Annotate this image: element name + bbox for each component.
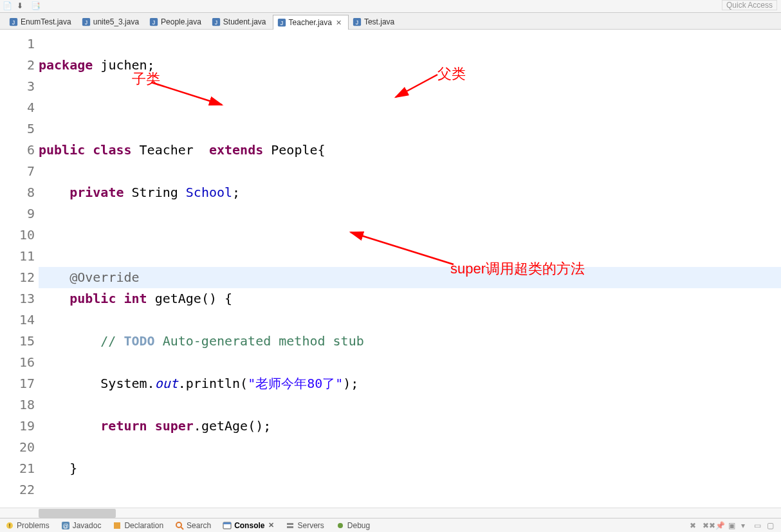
code-text: System.	[100, 376, 154, 391]
toolbar-icon[interactable]: 📄	[3, 1, 13, 12]
tab-test[interactable]: J Test.java	[349, 14, 401, 29]
code-text: }	[69, 461, 77, 476]
line-number: 17	[13, 373, 35, 394]
keyword: public	[39, 142, 85, 158]
keyword: extends	[209, 142, 263, 158]
svg-rect-23	[223, 522, 231, 524]
line-number: 5	[13, 118, 35, 140]
tab-student[interactable]: J Student.java	[208, 14, 273, 29]
string: "老师今年80了"	[248, 376, 343, 391]
code-text: People{	[263, 142, 325, 158]
tab-servers[interactable]: Servers	[286, 521, 324, 530]
code-editor[interactable]: 1 2 3 4 5 6 7 8 9 10 11 12 13 14 15 16 1…	[0, 30, 781, 518]
line-number: 11	[13, 246, 35, 267]
java-file-icon: J	[353, 17, 362, 26]
svg-rect-24	[287, 523, 293, 525]
code-text: .println(	[178, 376, 248, 391]
arrow-super-note	[344, 226, 460, 271]
line-number: 1	[13, 33, 35, 55]
svg-point-20	[176, 522, 181, 527]
svg-rect-19	[114, 522, 120, 529]
tab-label: Test.java	[364, 17, 394, 26]
editor-tabs: J EnumTest.java J unite5_3.java J People…	[0, 13, 781, 30]
declaration-icon	[113, 521, 122, 530]
svg-text:@: @	[62, 523, 68, 529]
keyword: super	[155, 418, 194, 434]
keyword: package	[39, 57, 93, 73]
close-icon[interactable]: ✕	[268, 521, 274, 529]
svg-text:!: !	[9, 522, 11, 529]
line-number: 16	[13, 352, 35, 373]
tab-debug[interactable]: Debug	[336, 521, 370, 530]
line-number: 9	[13, 203, 35, 225]
code-text: );	[343, 376, 358, 391]
servers-icon	[286, 521, 295, 530]
minimize-icon[interactable]: ▭	[754, 521, 763, 530]
static-field: out	[155, 376, 178, 391]
svg-line-12	[151, 82, 222, 105]
tab-enumtest[interactable]: J EnumTest.java	[5, 14, 78, 29]
horizontal-scrollbar[interactable]	[0, 508, 781, 518]
remove-launch-icon[interactable]: ✖	[690, 521, 699, 530]
console-actions: ✖ ✖✖ 📌 ▣ ▾ ▭ ▢	[690, 521, 776, 530]
code-text: ;	[232, 185, 240, 200]
open-console-icon[interactable]: ▾	[741, 521, 750, 530]
main-toolbar: 📄 ⬇ 📑 Quick Access	[0, 0, 781, 13]
line-number: 2	[13, 55, 35, 76]
tab-unite5-3[interactable]: J unite5_3.java	[78, 14, 145, 29]
debug-icon	[336, 521, 345, 530]
keyword: private	[69, 185, 124, 200]
tab-label: Console	[234, 521, 264, 530]
line-number: 7	[13, 161, 35, 182]
tab-javadoc[interactable]: @ Javadoc	[61, 521, 102, 530]
tab-search[interactable]: Search	[175, 521, 211, 530]
search-icon	[175, 521, 184, 530]
tab-console[interactable]: Console ✕	[223, 521, 274, 530]
svg-rect-25	[287, 526, 293, 528]
display-selected-console-icon[interactable]: ▣	[728, 521, 737, 530]
keyword: class	[93, 142, 131, 158]
svg-text:J: J	[280, 20, 282, 26]
line-number: 13	[13, 288, 35, 309]
toolbar-icon[interactable]: 📑	[31, 1, 41, 12]
line-number: 4	[13, 97, 35, 118]
tab-declaration[interactable]: Declaration	[113, 521, 163, 530]
quick-access[interactable]: Quick Access	[722, 0, 777, 10]
svg-text:J: J	[215, 19, 217, 26]
annotation-super-note: super调用超类的方法	[450, 258, 585, 279]
scrollbar-thumb[interactable]	[39, 509, 116, 518]
comment: Auto-generated method stub	[155, 333, 364, 349]
line-number: 14	[13, 309, 35, 331]
tab-problems[interactable]: ! Problems	[5, 521, 50, 530]
java-file-icon: J	[9, 17, 18, 26]
close-icon[interactable]: ✕	[336, 19, 342, 27]
tab-people[interactable]: J People.java	[145, 14, 208, 29]
code-text: Teacher	[132, 142, 209, 158]
javadoc-icon: @	[61, 521, 70, 530]
tab-label: Problems	[17, 521, 50, 530]
tab-label: People.java	[161, 17, 201, 26]
arrow-child-class	[148, 76, 232, 111]
tab-label: Javadoc	[73, 521, 102, 530]
problems-icon: !	[5, 521, 14, 530]
tab-label: Search	[187, 521, 211, 530]
svg-point-26	[338, 523, 343, 528]
code-area[interactable]: package juchen; public class Teacher ext…	[39, 30, 781, 518]
pin-console-icon[interactable]: 📌	[715, 521, 724, 530]
remove-all-icon[interactable]: ✖✖	[703, 521, 712, 530]
line-number: 3	[13, 76, 35, 97]
svg-text:J: J	[356, 19, 358, 26]
tab-label: Student.java	[223, 17, 266, 26]
svg-line-14	[351, 232, 454, 264]
tab-teacher[interactable]: J Teacher.java ✕	[273, 15, 349, 30]
arrow-parent-class	[389, 68, 447, 104]
java-file-icon: J	[277, 18, 286, 27]
tab-label: Teacher.java	[289, 18, 332, 27]
ide-window: 📄 ⬇ 📑 Quick Access J EnumTest.java J uni…	[0, 0, 781, 532]
toolbar-icon[interactable]: ⬇	[17, 1, 27, 12]
svg-text:J: J	[85, 19, 87, 26]
line-number: 20	[13, 437, 35, 458]
java-file-icon: J	[149, 17, 158, 26]
tab-label: Debug	[347, 521, 370, 530]
maximize-icon[interactable]: ▢	[767, 521, 776, 530]
